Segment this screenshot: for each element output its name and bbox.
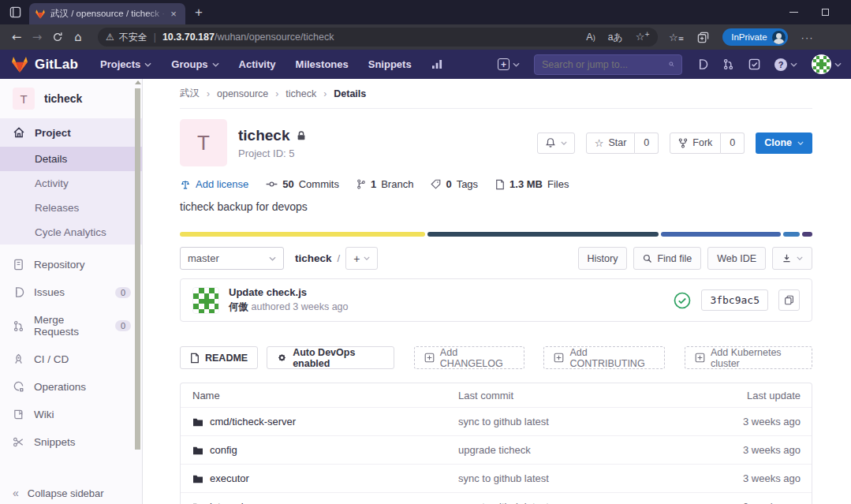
table-row[interactable]: executor sync to github latest 3 weeks a… [181,464,812,492]
tab-actions-icon[interactable] [7,5,23,21]
sidebar-scroll-up-icon[interactable] [135,80,141,84]
sidebar-item-operations[interactable]: Operations [0,373,142,401]
not-secure-label[interactable]: 不安全 [119,31,147,44]
nav-projects[interactable]: Projects [100,58,151,70]
sidebar-project-context[interactable]: T ticheck [0,79,142,118]
sidebar-item-releases[interactable]: Releases [0,196,142,220]
copy-sha-button[interactable] [778,289,800,311]
browser-tab[interactable]: 武汉 / opensource / ticheck · Git × [29,3,185,24]
back-button[interactable]: ← [6,30,27,44]
add-file-dropdown[interactable]: + [345,247,378,270]
table-row[interactable]: config upgrade ticheck 3 weeks ago [181,435,812,464]
sidebar-item-details[interactable]: Details [0,147,142,171]
tree-root-link[interactable]: ticheck [295,252,332,264]
nav-snippets[interactable]: Snippets [368,58,412,70]
history-button[interactable]: History [578,247,628,270]
commits-stat[interactable]: 50Commits [266,178,339,190]
global-search[interactable] [534,54,682,75]
auto-devops-button[interactable]: Auto DevOps enabled [267,346,394,369]
branches-stat[interactable]: 1Branch [356,178,413,190]
commit-author-link[interactable]: 何傲 [229,301,248,312]
home-button[interactable]: ⌂ [68,30,88,44]
file-name-link[interactable]: executor [210,472,249,484]
file-name-link[interactable]: config [210,444,237,456]
add-kubernetes-cluster-button[interactable]: Add Kubernetes cluster [685,346,812,369]
files-stat[interactable]: 1.3 MBFiles [495,178,569,190]
download-dropdown[interactable] [772,247,812,270]
breadcrumb-project[interactable]: ticheck [286,88,316,99]
breadcrumb-subgroup[interactable]: opensource [217,88,268,99]
last-commit-link[interactable]: sync to github latest [458,416,685,427]
inprivate-badge[interactable]: InPrivate [722,28,787,46]
sidebar-item-project[interactable]: Project [0,118,142,147]
commit-sha[interactable]: 3fbc9ac5 [701,289,768,311]
sidebar-item-wiki[interactable]: Wiki [0,401,142,428]
branch-selector[interactable]: master [180,247,284,270]
star-button[interactable]: ☆Star [586,133,636,154]
forward-button[interactable]: → [27,30,47,44]
sidebar-scrollbar[interactable] [135,88,140,450]
charts-icon[interactable] [431,59,443,69]
language-segment[interactable] [180,232,425,237]
address-bar[interactable]: ⚠ 不安全 | 10.3.70.187/wuhan/opensource/tic… [98,28,658,47]
user-menu[interactable] [812,54,842,74]
tab-close-icon[interactable]: × [167,8,180,20]
language-segment[interactable] [427,232,659,237]
language-segment[interactable] [802,232,812,237]
todos-nav-icon[interactable] [748,58,760,70]
last-commit-link[interactable]: sync to github latest [458,472,685,484]
search-input[interactable] [542,59,669,70]
breadcrumb-group[interactable]: 武汉 [180,87,200,100]
merge-requests-nav-icon[interactable] [722,58,734,70]
sidebar-item-cycle-analytics[interactable]: Cycle Analytics [0,220,142,245]
file-name-link[interactable]: cmd/ticheck-server [210,416,296,427]
url-path[interactable]: /wuhan/opensource/ticheck [215,32,334,43]
commit-author-avatar[interactable] [192,287,219,314]
last-commit-link[interactable]: upgrade ticheck [458,444,685,456]
tags-stat[interactable]: 0Tags [431,178,478,190]
web-ide-button[interactable]: Web IDE [707,247,766,270]
add-contributing-button[interactable]: Add CONTRIBUTING [543,346,665,369]
table-row[interactable]: cmd/ticheck-server sync to github latest… [181,407,812,435]
sidebar-item-ci-cd[interactable]: CI / CD [0,345,142,373]
table-row[interactable]: internal sync to github latest 3 weeks a… [181,492,812,504]
pipeline-status-icon[interactable] [674,292,691,309]
nav-groups[interactable]: Groups [171,58,218,70]
star-count[interactable]: 0 [635,133,659,154]
issues-nav-icon[interactable] [696,58,708,70]
readme-button[interactable]: README [180,346,258,369]
read-aloud-icon[interactable]: A) [586,32,595,43]
commit-title-link[interactable]: Update check.js [229,286,349,298]
url-host[interactable]: 10.3.70.187 [162,32,215,43]
translate-icon[interactable]: aあ [608,31,623,44]
language-segment[interactable] [783,232,800,237]
minimize-button[interactable] [789,12,798,13]
notifications-button[interactable] [537,133,575,154]
collections-icon[interactable] [697,32,709,43]
file-name-link[interactable]: internal [210,501,244,504]
help-menu[interactable]: ? [774,58,797,71]
last-commit-link[interactable]: sync to github latest [458,501,685,504]
add-favorite-icon[interactable]: ☆+ [636,31,650,43]
find-file-button[interactable]: Find file [633,247,701,270]
sidebar-item-merge-requests[interactable]: Merge Requests 0 [0,306,142,345]
new-menu-button[interactable]: + [498,58,520,70]
browser-menu-icon[interactable]: ··· [801,32,814,43]
language-segment[interactable] [661,232,781,237]
sidebar-item-repository[interactable]: Repository [0,251,142,278]
fork-count[interactable]: 0 [721,133,745,154]
fork-button[interactable]: Fork [670,133,721,154]
nav-activity[interactable]: Activity [239,58,276,70]
maximize-button[interactable] [822,9,829,16]
collapse-sidebar-button[interactable]: « Collapse sidebar [0,487,104,499]
sidebar-item-issues[interactable]: Issues 0 [0,278,142,306]
gitlab-brand[interactable]: GitLab [10,55,78,74]
sidebar-item-activity[interactable]: Activity [0,171,142,196]
add-changelog-button[interactable]: Add CHANGELOG [414,346,524,369]
nav-milestones[interactable]: Milestones [296,58,349,70]
new-tab-button[interactable]: + [195,5,203,21]
sidebar-item-snippets[interactable]: Snippets [0,428,142,456]
favorites-bar-icon[interactable]: ☆≡ [669,32,684,43]
clone-button[interactable]: Clone [756,133,812,154]
add-license-link[interactable]: Add license [180,178,248,190]
